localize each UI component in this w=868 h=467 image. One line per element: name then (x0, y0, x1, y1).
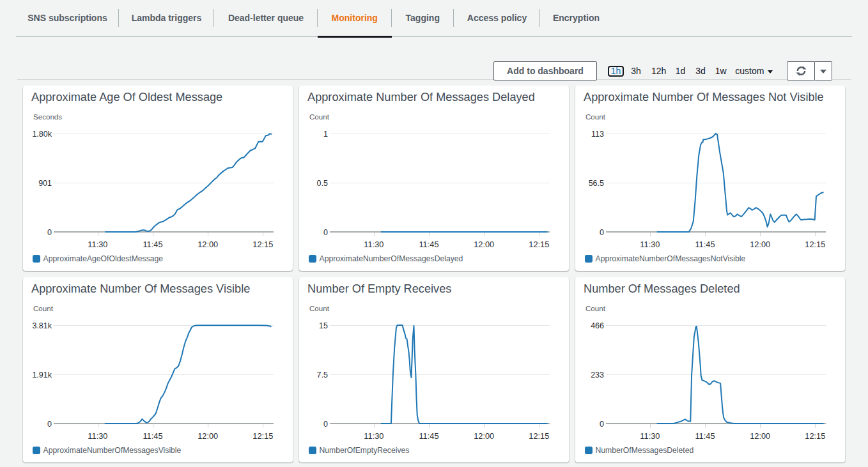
svg-text:12:00: 12:00 (474, 240, 494, 249)
svg-text:11:45: 11:45 (419, 431, 438, 441)
svg-text:0: 0 (600, 420, 604, 429)
svg-text:113: 113 (591, 130, 604, 139)
svg-text:11:45: 11:45 (143, 240, 162, 249)
svg-text:11:30: 11:30 (640, 431, 660, 441)
svg-text:0.5: 0.5 (317, 179, 328, 188)
svg-text:56.5: 56.5 (589, 179, 604, 188)
svg-text:0: 0 (323, 420, 328, 429)
svg-text:15: 15 (319, 321, 328, 330)
svg-text:12:15: 12:15 (252, 431, 273, 441)
svg-text:12:00: 12:00 (750, 431, 770, 441)
svg-text:12:00: 12:00 (750, 240, 770, 249)
svg-text:12:00: 12:00 (198, 240, 218, 249)
svg-text:0: 0 (323, 228, 328, 237)
svg-text:12:15: 12:15 (529, 431, 549, 441)
svg-text:11:45: 11:45 (695, 240, 715, 249)
svg-text:12:15: 12:15 (252, 240, 273, 249)
svg-text:1.80k: 1.80k (32, 130, 52, 139)
svg-text:0: 0 (47, 420, 52, 429)
svg-text:11:45: 11:45 (695, 431, 715, 441)
svg-text:11:30: 11:30 (88, 431, 107, 441)
svg-text:1: 1 (323, 130, 328, 139)
svg-text:12:00: 12:00 (474, 431, 494, 441)
svg-text:1.91k: 1.91k (32, 371, 52, 379)
svg-text:11:30: 11:30 (364, 240, 384, 249)
svg-text:3.81k: 3.81k (32, 321, 52, 330)
svg-text:466: 466 (591, 321, 604, 330)
svg-text:901: 901 (38, 179, 52, 188)
svg-text:12:00: 12:00 (198, 431, 218, 441)
svg-text:0: 0 (600, 228, 604, 237)
svg-text:11:45: 11:45 (143, 431, 162, 441)
svg-text:11:30: 11:30 (88, 240, 107, 249)
svg-text:7.5: 7.5 (317, 371, 328, 379)
svg-text:0: 0 (47, 228, 52, 237)
svg-text:12:15: 12:15 (805, 431, 825, 441)
svg-text:233: 233 (591, 371, 604, 379)
svg-text:11:45: 11:45 (419, 240, 438, 249)
svg-text:12:15: 12:15 (529, 240, 549, 249)
svg-text:11:30: 11:30 (640, 240, 660, 249)
svg-text:11:30: 11:30 (364, 431, 384, 441)
svg-text:12:15: 12:15 (805, 240, 825, 249)
